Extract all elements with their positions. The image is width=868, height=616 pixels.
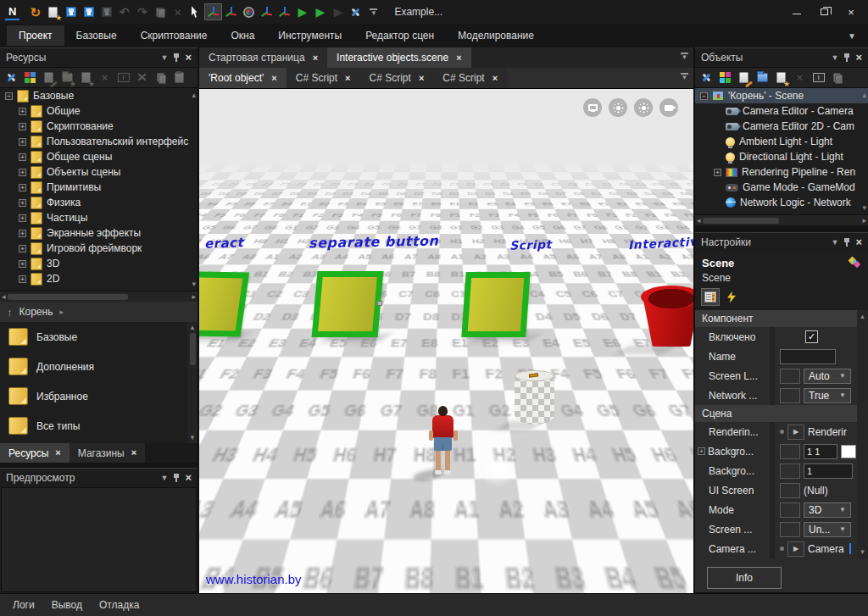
statusbar-item-1[interactable]: Логи [5,596,42,614]
dropdown[interactable]: True▼ [804,388,851,403]
close-button[interactable]: × [839,3,863,21]
tree-item[interactable]: +Объекты сцены [0,164,198,180]
new-folder-button[interactable]: ★ [58,69,76,86]
scroll-up-icon[interactable]: ▴ [192,91,196,99]
expand-icon[interactable]: + [19,260,26,268]
rename-button[interactable]: I [810,69,827,86]
properties-vscrollbar[interactable]: ▴▾ [857,310,868,558]
player-character[interactable] [426,406,460,482]
settings-close-icon[interactable]: × [855,238,862,247]
select-tool-button[interactable] [186,3,204,20]
door-object[interactable] [312,271,384,337]
collapse-icon[interactable]: − [700,92,708,100]
minimize-button[interactable] [785,3,809,21]
tree-item[interactable]: Camera Editor 2D - Cam [695,119,868,134]
dock-tab-2[interactable]: Магазины× [70,443,145,463]
tree-item[interactable]: +Rendering Pipeline - Ren [695,164,868,180]
menu-item-4[interactable]: Окна [219,25,266,46]
tab-close-icon[interactable]: × [456,53,461,63]
tree-item[interactable]: +3D [0,256,198,271]
delete-button[interactable]: × [169,3,186,20]
red-bowl-object[interactable] [640,286,693,350]
tree-item[interactable]: +Частицы [0,210,198,225]
play-button[interactable]: ▶ [293,3,311,20]
tree-item[interactable]: −Базовые [0,88,198,103]
settings-pin-icon[interactable] [843,238,850,247]
property-default-button[interactable] [780,502,800,518]
color-value-input[interactable] [804,444,837,459]
subdocument-tab-1[interactable]: 'Root object'× [199,68,287,88]
expand-icon[interactable]: + [19,169,26,176]
transform-button[interactable] [716,69,734,86]
expand-icon[interactable]: + [19,138,26,146]
scroll-down-icon[interactable]: ▾ [192,280,196,288]
cut-button[interactable] [133,69,151,86]
property-default-button[interactable] [780,463,800,479]
scene-viewport[interactable]: C3C4C5C6C7C8C1C2C3C4C5C6C7C8C1C2C3C4C5C6… [199,88,693,593]
resources-tree-hscrollbar[interactable]: ◂▸ [0,291,198,302]
play-alt-button[interactable]: ▶ [311,3,329,20]
color-swatch[interactable] [841,445,856,458]
tree-item[interactable]: Game Mode - GameMod [695,180,868,195]
tab-close-icon[interactable]: × [419,74,424,83]
new-resource-button[interactable]: ★ [44,3,62,20]
categories-button[interactable] [21,69,39,86]
tab-close-icon[interactable]: × [271,74,276,83]
tree-item[interactable]: +Экранные эффекты [0,225,198,241]
expand-icon[interactable]: + [19,275,26,283]
dropdown[interactable]: Auto▼ [804,369,851,384]
tree-item[interactable]: +Скриптование [0,119,198,134]
events-tab[interactable] [722,288,741,306]
scale-snap-tool-button[interactable] [275,3,293,20]
preview-pin-icon[interactable] [173,474,180,482]
settings-button[interactable] [698,69,715,86]
resources-close-icon[interactable]: × [185,53,192,62]
undo-button[interactable]: ↶ [115,3,133,20]
preview-close-icon[interactable]: × [185,474,192,482]
resources-pin-icon[interactable] [173,53,180,62]
edit-button[interactable] [40,69,58,86]
toolbar-options-button[interactable]: ▼ [364,3,382,20]
save-button[interactable] [62,3,80,20]
tree-item[interactable]: Camera Editor - Camera [695,103,868,119]
objects-close-icon[interactable]: × [855,53,862,62]
text-input[interactable] [780,349,836,364]
tree-item[interactable]: Directional Light - Light [695,149,868,164]
tab-close-icon[interactable]: × [345,74,350,83]
copy-button[interactable] [152,69,170,86]
objects-dropdown-icon[interactable]: ▼ [831,53,838,62]
settings-button[interactable] [3,69,20,86]
preview-dropdown-icon[interactable]: ▼ [160,474,168,482]
tree-item[interactable]: +Игровой фреймворк [0,241,198,256]
dropdown[interactable]: Un...▼ [804,522,851,537]
new-resource-button[interactable]: ★ [77,69,95,86]
breadcrumb-label[interactable]: Корень [19,306,53,318]
property-default-button[interactable] [780,444,800,459]
menu-item-1[interactable]: Проект [7,25,64,46]
expand-icon[interactable]: + [19,230,26,237]
folder-button[interactable] [754,69,771,86]
statusbar-item-2[interactable]: Вывод [44,596,90,614]
expand-icon[interactable]: + [19,214,26,222]
tools-button[interactable] [347,3,364,20]
subdocument-tab-4[interactable]: C# Script× [433,68,507,88]
folder-list-item[interactable]: Избранное [0,381,198,411]
menu-chevron-down-icon[interactable]: ▼ [848,31,861,41]
move-tool-button[interactable] [204,3,222,20]
scale-tool-button[interactable] [258,3,275,20]
resources-dropdown-icon[interactable]: ▼ [160,53,168,62]
document-tab-1[interactable]: Стартовая страница× [199,47,327,68]
document-tab-2[interactable]: Interactive objects.scene× [327,47,471,68]
expand-icon[interactable]: + [19,245,26,253]
duplicate-button[interactable] [151,3,169,20]
tab-list-icon[interactable]: ▼ [681,53,688,60]
property-section-header[interactable]: Сцена [695,405,857,422]
tree-item[interactable]: +Физика [0,195,198,210]
save-all-button[interactable] [97,3,115,20]
redo-button[interactable]: ↷ [133,3,151,20]
tree-item[interactable]: +Общие [0,103,198,119]
delete-button[interactable]: × [96,69,114,86]
objects-pin-icon[interactable] [843,53,850,62]
folder-list-vscrollbar[interactable]: ▴▾ [187,322,198,443]
properties-tab[interactable] [701,288,720,306]
